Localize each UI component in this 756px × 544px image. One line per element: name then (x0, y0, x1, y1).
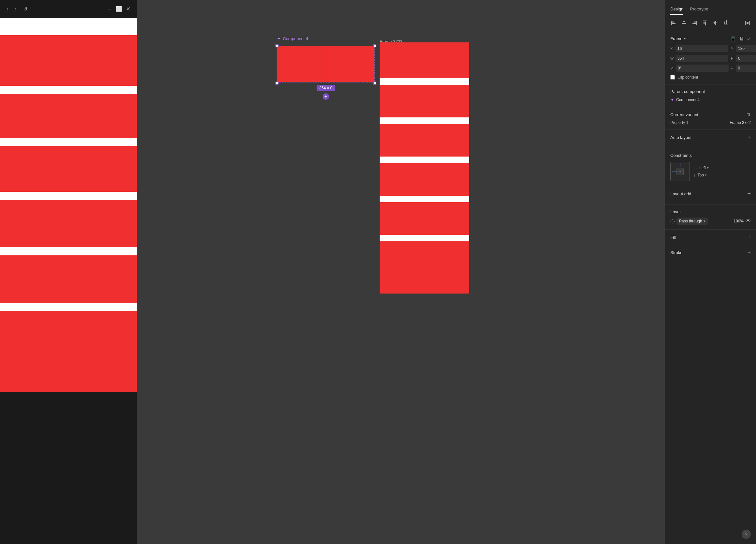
rotation-icon: ⤢ (670, 66, 673, 70)
f3723-white-3 (380, 156, 469, 163)
frame-dropdown-icon[interactable]: ▾ (684, 37, 686, 40)
svg-rect-19 (749, 21, 750, 25)
phone-icon[interactable]: 📱 (730, 36, 736, 42)
svg-rect-16 (726, 20, 727, 24)
xy-row: X Y (670, 45, 751, 52)
auto-layout-section: Auto layout + (665, 130, 756, 148)
variant-edit-icon[interactable]: ⇅ (747, 112, 751, 117)
frame-section-header: Frame ▾ 📱 🖥 ⤢ (670, 36, 751, 42)
constraint-v-arrow: ▾ (705, 173, 707, 177)
f3723-red-2 (380, 85, 469, 117)
layer-opacity: 100% (734, 219, 744, 223)
forward-button[interactable]: › (13, 5, 18, 13)
rotation-input[interactable] (676, 65, 729, 72)
constraints-content: + ↔ Left ▾ ↕ Top ▾ (670, 162, 751, 181)
auto-layout-header: Auto layout + (670, 134, 751, 140)
layer-mode-button[interactable]: Pass through ▾ (676, 217, 708, 225)
frame-title: Frame (670, 36, 683, 41)
stroke-row: Stroke + (670, 249, 751, 255)
align-right-button[interactable] (690, 18, 699, 27)
current-variant-title: Current variant (670, 112, 698, 117)
wh-row: W H ⛓ (670, 55, 751, 62)
w-input[interactable] (676, 55, 728, 62)
constraints-center: + (676, 168, 684, 175)
f3723-red-3 (380, 124, 469, 156)
main-canvas[interactable]: ✦ Component 4 Frame 3723 354 × 0 + (137, 0, 665, 544)
back-button[interactable]: ‹ (5, 5, 9, 13)
parent-component-section: Parent component ✦ Component 4 (665, 84, 756, 107)
svg-rect-9 (704, 22, 705, 24)
help-button[interactable]: ? (742, 530, 751, 539)
handle-tr[interactable] (373, 44, 376, 47)
svg-rect-17 (724, 25, 728, 25)
align-left-button[interactable] (669, 18, 678, 27)
frame-device-icons: 📱 🖥 ⤢ (730, 36, 751, 42)
fill-row: Fill + (670, 234, 751, 240)
canvas-component-wrapper[interactable]: 354 × 0 + (277, 46, 375, 82)
stripe-white-1 (0, 18, 137, 35)
canvas-frame-3723 (380, 42, 469, 294)
component-label-text: Component 4 (283, 36, 308, 41)
layout-grid-title: Layout grid (670, 191, 691, 196)
handle-br[interactable] (373, 81, 376, 85)
clip-content-label: Clip content (677, 75, 698, 80)
y-input[interactable] (736, 45, 756, 52)
stripe-white-4 (0, 192, 137, 200)
svg-rect-11 (703, 21, 707, 21)
layer-visibility-button[interactable]: 👁 (746, 218, 751, 224)
align-bottom-button[interactable] (721, 18, 730, 27)
add-element-button[interactable]: + (323, 93, 329, 100)
add-fill-button[interactable]: + (747, 234, 751, 240)
stripe-red-4 (0, 200, 137, 247)
x-input[interactable] (676, 45, 728, 52)
align-center-v-button[interactable] (711, 18, 720, 27)
align-top-button[interactable] (700, 18, 709, 27)
x-field: X (670, 45, 728, 52)
constraints-title: Constraints (670, 153, 751, 158)
handle-tl[interactable] (275, 44, 279, 47)
left-panel: ‹ › ↺ ··· ⬜ ✕ (0, 0, 137, 544)
rotation-field: ⤢ (670, 65, 729, 72)
clip-content-checkbox[interactable] (670, 75, 675, 80)
add-layout-grid-button[interactable]: + (747, 191, 751, 197)
distribute-button[interactable] (743, 18, 752, 27)
constraint-h-value[interactable]: Left ▾ (699, 166, 709, 170)
layer-section: Layer ◯ Pass through ▾ 100% 👁 (665, 205, 756, 229)
layer-mode-arrow: ▾ (704, 219, 705, 223)
align-center-h-button[interactable] (679, 18, 689, 27)
svg-rect-0 (672, 22, 674, 22)
corner-input[interactable] (736, 65, 756, 72)
h-label: H (731, 56, 735, 60)
tab-design[interactable]: Design (670, 4, 683, 15)
add-stroke-button[interactable]: + (747, 249, 751, 255)
f3723-red-6 (380, 241, 469, 294)
add-auto-layout-button[interactable]: + (747, 134, 751, 140)
stripe-pattern (0, 18, 137, 544)
constraint-h-arrow: ▾ (707, 166, 709, 169)
handle-bl[interactable] (275, 81, 279, 85)
y-label: Y (731, 47, 735, 51)
stripe-white-6 (0, 303, 137, 311)
constraints-line-top (680, 163, 680, 167)
align-toolbar (665, 15, 756, 31)
clip-content-row: Clip content (670, 75, 751, 80)
svg-rect-5 (684, 21, 684, 25)
close-button[interactable]: ✕ (125, 5, 132, 13)
svg-rect-6 (694, 22, 696, 22)
svg-rect-1 (672, 23, 676, 24)
open-external-button[interactable]: ⬜ (114, 5, 124, 13)
resize-icon[interactable]: ⤢ (747, 36, 751, 41)
constraints-visual: + (670, 162, 690, 181)
svg-rect-14 (713, 22, 718, 23)
tab-prototype[interactable]: Prototype (690, 4, 708, 15)
constraint-h-icon: ↔ (694, 166, 697, 170)
landscape-icon[interactable]: 🖥 (739, 36, 744, 42)
more-options-button[interactable]: ··· (106, 5, 113, 13)
svg-rect-20 (747, 22, 749, 24)
h-input[interactable] (736, 55, 756, 62)
stroke-title: Stroke (670, 250, 683, 255)
constraint-v-value[interactable]: Top ▾ (698, 173, 707, 177)
x-label: X (670, 47, 674, 51)
refresh-button[interactable]: ↺ (22, 5, 29, 13)
y-field: Y (731, 45, 756, 52)
